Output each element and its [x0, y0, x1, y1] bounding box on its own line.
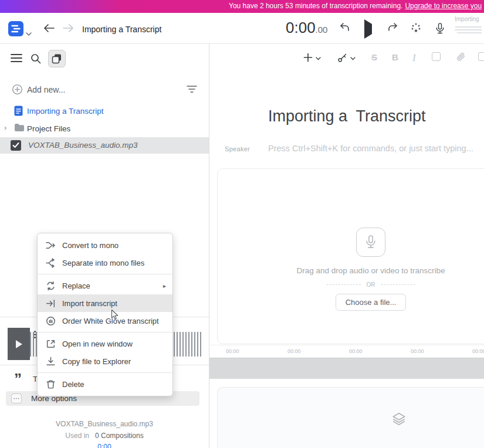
forward-arrow-icon[interactable]	[62, 23, 74, 35]
menu-item-label: Open in new window	[62, 340, 133, 348]
replace-icon	[46, 281, 56, 291]
timeline-ruler[interactable]: 00:00 00:00 00:00 00:00 00:00	[209, 345, 484, 358]
used-in-value: 0 Compositions	[95, 432, 144, 440]
timeline-tick: 00:00	[472, 348, 484, 354]
header-bar: Importing a Transcript 0:00.00 Importing	[0, 13, 484, 44]
paperclip-button[interactable]	[456, 52, 466, 62]
menu-icon[interactable]	[11, 53, 22, 65]
sidebar-toolbar	[0, 50, 209, 71]
footer-time: 0:00	[0, 443, 209, 448]
quote-icon: ”	[14, 371, 22, 386]
sidebar-item-label: Importing a Transcript	[27, 107, 104, 116]
timer-frac: .00	[316, 25, 328, 35]
used-in-label: Used in	[65, 432, 89, 440]
menu-item-label: Replace	[62, 281, 90, 290]
speaker-label: Speaker	[225, 145, 250, 152]
app-logo[interactable]	[8, 21, 23, 39]
chevron-down-icon	[350, 52, 356, 63]
timeline-scrub-bar[interactable]	[209, 358, 484, 379]
menu-item-open-new-window[interactable]: Open in new window	[38, 335, 172, 352]
ellipsis-icon: ⋯	[11, 393, 22, 403]
sidebar-item-label: VOXTAB_Business_audio.mp3	[28, 141, 138, 150]
editor-toolbar: S B I	[209, 51, 484, 67]
chevron-right-icon[interactable]: ›	[4, 123, 6, 132]
document-title: Importing a Transcript	[82, 25, 161, 34]
card-box-button[interactable]	[478, 52, 484, 61]
choose-file-button[interactable]: Choose a file...	[336, 294, 407, 311]
insert-plus-button[interactable]	[303, 52, 321, 63]
publish-button[interactable]: Importing	[455, 16, 484, 33]
used-in-row: Used in 0 Compositions	[0, 432, 209, 440]
editor-placeholder[interactable]: Press Ctrl+Shift+K for commands, or just…	[268, 144, 473, 153]
or-separator: OR	[218, 281, 484, 288]
layers-icon	[391, 412, 407, 427]
trial-banner-message: You have 2 hours 53 minutes of transcrip…	[229, 2, 402, 10]
transcribe-dropzone[interactable]: Drag and drop audio or video to transcri…	[217, 168, 484, 344]
plus-circle-icon	[12, 84, 23, 97]
menu-item-label: Convert to mono	[62, 241, 119, 250]
back-arrow-icon[interactable]	[43, 23, 55, 35]
editor-document-title[interactable]: Importing a Transcript	[268, 107, 426, 125]
panel-toggle-icon[interactable]	[48, 50, 66, 67]
search-icon[interactable]	[31, 53, 41, 66]
filter-icon[interactable]	[187, 85, 197, 96]
editor-area: S B I Importing a Transcript Speaker Pre…	[209, 44, 484, 448]
trash-icon	[46, 379, 56, 389]
highlight-box-button[interactable]	[432, 52, 441, 61]
sidebar-item-label: Project Files	[27, 124, 70, 133]
menu-item-copy-to-explorer[interactable]: Copy file to Explorer	[38, 352, 172, 370]
import-icon	[46, 298, 56, 308]
style-wand-button[interactable]	[337, 52, 356, 63]
timer-main: 0:00	[286, 19, 316, 37]
sidebar-item-project-files[interactable]: › Project Files	[0, 121, 209, 136]
sidebar-item-audio-file[interactable]: VOXTAB_Business_audio.mp3	[0, 137, 209, 154]
speaker-row: Speaker Press Ctrl+Shift+K for commands,…	[209, 144, 484, 155]
sidebar-item-composition[interactable]: Importing a Transcript	[0, 103, 209, 118]
menu-item-import-transcript[interactable]: Import transcript	[38, 294, 172, 312]
menu-item-label: Separate into mono files	[62, 259, 144, 267]
italic-button[interactable]: I	[412, 52, 416, 64]
menu-item-white-glove[interactable]: Order White Glove transcript	[38, 312, 172, 330]
dropzone-message: Drag and drop audio or video to transcri…	[218, 266, 484, 275]
split-arrows-icon	[46, 258, 56, 268]
timeline-tick: 00:00	[287, 348, 301, 354]
timeline-tick: 00:00	[349, 348, 363, 354]
playback-timer: 0:00.00	[286, 19, 327, 37]
merge-arrows-icon	[46, 240, 56, 250]
or-label: OR	[367, 281, 375, 288]
white-glove-icon	[46, 316, 56, 326]
preview-play-button[interactable]	[8, 328, 30, 360]
menu-item-label: Copy file to Explorer	[62, 357, 131, 366]
record-mic-icon[interactable]	[434, 22, 446, 38]
drag-grip-icon[interactable]	[34, 331, 36, 332]
strikethrough-button[interactable]: S	[371, 52, 377, 62]
timeline-track-panel	[217, 387, 484, 448]
undo-icon[interactable]	[339, 22, 351, 35]
menu-item-label: Delete	[62, 380, 84, 389]
ai-dots-icon[interactable]	[411, 22, 421, 35]
play-button[interactable]	[364, 24, 372, 35]
chevron-down-icon[interactable]	[26, 28, 32, 38]
publish-stripes-icon	[455, 25, 482, 33]
publish-label: Importing	[455, 16, 484, 22]
redo-icon[interactable]	[387, 22, 398, 35]
open-in-new-window-icon	[46, 339, 56, 349]
add-new-row[interactable]: Add new...	[0, 82, 209, 98]
document-icon	[14, 106, 23, 118]
add-new-label: Add new...	[27, 85, 65, 94]
timeline-tick: 00:00	[411, 348, 424, 354]
app-window: You have 2 hours 53 minutes of transcrip…	[0, 0, 484, 448]
submenu-arrow-icon: ▸	[163, 283, 166, 289]
timeline-tick: 00:00	[226, 348, 239, 354]
chevron-down-icon	[316, 52, 321, 63]
menu-item-replace[interactable]: Replace ▸	[38, 277, 172, 294]
checkbox-checked-icon[interactable]	[11, 140, 21, 151]
menu-item-convert-to-mono[interactable]: Convert to mono	[38, 236, 172, 254]
menu-item-delete[interactable]: Delete	[38, 375, 172, 393]
menu-item-separate-mono[interactable]: Separate into mono files	[38, 254, 172, 271]
upgrade-link[interactable]: Upgrade to increase you	[405, 2, 482, 10]
bold-button[interactable]: B	[392, 52, 398, 62]
microphone-icon	[356, 228, 385, 257]
menu-divider	[38, 274, 172, 274]
menu-item-label: Import transcript	[62, 299, 117, 308]
